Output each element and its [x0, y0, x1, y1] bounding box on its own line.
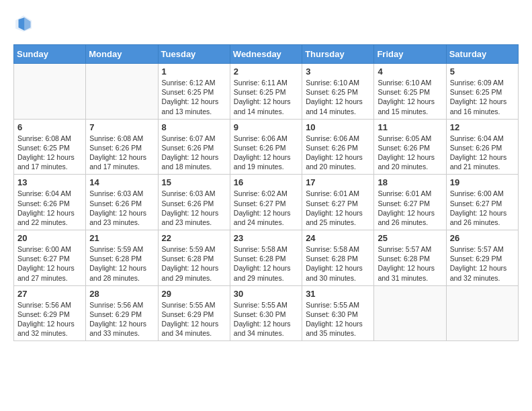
calendar-cell: 25Sunrise: 5:57 AMSunset: 6:28 PMDayligh… — [374, 230, 446, 286]
day-number: 6 — [17, 122, 82, 132]
day-info: Sunrise: 6:06 AMSunset: 6:26 PMDaylight:… — [234, 134, 298, 172]
day-number: 14 — [89, 177, 154, 187]
calendar-cell: 22Sunrise: 5:59 AMSunset: 6:28 PMDayligh… — [158, 230, 230, 286]
day-number: 10 — [306, 122, 370, 132]
calendar-cell: 14Sunrise: 6:03 AMSunset: 6:26 PMDayligh… — [86, 175, 158, 230]
calendar-cell: 20Sunrise: 6:00 AMSunset: 6:27 PMDayligh… — [14, 230, 86, 286]
day-info: Sunrise: 5:55 AMSunset: 6:30 PMDaylight:… — [306, 300, 370, 338]
day-number: 28 — [89, 289, 154, 299]
calendar-cell: 11Sunrise: 6:05 AMSunset: 6:26 PMDayligh… — [374, 119, 446, 175]
day-number: 13 — [17, 177, 82, 187]
calendar-cell: 26Sunrise: 5:57 AMSunset: 6:29 PMDayligh… — [446, 230, 518, 286]
calendar-cell: 10Sunrise: 6:06 AMSunset: 6:26 PMDayligh… — [302, 119, 374, 175]
logo — [13, 13, 38, 34]
day-number: 26 — [450, 233, 515, 243]
day-info: Sunrise: 6:08 AMSunset: 6:26 PMDaylight:… — [89, 134, 154, 172]
weekday-header: Thursday — [302, 45, 374, 64]
day-info: Sunrise: 5:57 AMSunset: 6:28 PMDaylight:… — [378, 244, 442, 283]
day-number: 29 — [162, 289, 226, 299]
calendar-cell: 7Sunrise: 6:08 AMSunset: 6:26 PMDaylight… — [86, 119, 158, 175]
day-info: Sunrise: 6:03 AMSunset: 6:26 PMDaylight:… — [162, 189, 226, 227]
calendar-cell: 8Sunrise: 6:07 AMSunset: 6:26 PMDaylight… — [158, 119, 230, 175]
day-info: Sunrise: 5:56 AMSunset: 6:29 PMDaylight:… — [89, 300, 154, 338]
day-number: 19 — [450, 177, 515, 187]
calendar-cell: 5Sunrise: 6:09 AMSunset: 6:25 PMDaylight… — [446, 64, 518, 120]
calendar-cell: 24Sunrise: 5:58 AMSunset: 6:28 PMDayligh… — [302, 230, 374, 286]
day-info: Sunrise: 5:59 AMSunset: 6:28 PMDaylight:… — [162, 244, 226, 283]
calendar-cell: 15Sunrise: 6:03 AMSunset: 6:26 PMDayligh… — [158, 175, 230, 230]
calendar-cell: 2Sunrise: 6:11 AMSunset: 6:25 PMDaylight… — [230, 64, 302, 120]
weekday-header: Wednesday — [230, 45, 302, 64]
day-info: Sunrise: 6:09 AMSunset: 6:25 PMDaylight:… — [450, 78, 515, 116]
calendar-cell — [374, 285, 446, 341]
page-header — [13, 13, 519, 34]
calendar-cell — [446, 285, 518, 341]
calendar-cell: 29Sunrise: 5:55 AMSunset: 6:29 PMDayligh… — [158, 285, 230, 341]
day-number: 30 — [234, 289, 298, 299]
day-info: Sunrise: 5:58 AMSunset: 6:28 PMDaylight:… — [234, 244, 298, 283]
day-number: 24 — [306, 233, 370, 243]
day-number: 11 — [378, 122, 442, 132]
calendar-cell: 16Sunrise: 6:02 AMSunset: 6:27 PMDayligh… — [230, 175, 302, 230]
day-info: Sunrise: 5:55 AMSunset: 6:29 PMDaylight:… — [162, 300, 226, 338]
day-number: 22 — [162, 233, 226, 243]
day-number: 4 — [378, 66, 442, 77]
day-info: Sunrise: 6:02 AMSunset: 6:27 PMDaylight:… — [234, 189, 298, 227]
day-number: 25 — [378, 233, 442, 243]
calendar-cell: 31Sunrise: 5:55 AMSunset: 6:30 PMDayligh… — [302, 285, 374, 341]
calendar-cell — [14, 64, 86, 120]
calendar-week-row: 1Sunrise: 6:12 AMSunset: 6:25 PMDaylight… — [14, 64, 519, 120]
calendar-cell — [86, 64, 158, 120]
day-number: 5 — [450, 66, 515, 77]
day-number: 20 — [17, 233, 82, 243]
calendar-cell: 6Sunrise: 6:08 AMSunset: 6:25 PMDaylight… — [14, 119, 86, 175]
day-info: Sunrise: 5:58 AMSunset: 6:28 PMDaylight:… — [306, 244, 370, 283]
weekday-header: Saturday — [446, 45, 518, 64]
day-info: Sunrise: 6:01 AMSunset: 6:27 PMDaylight:… — [378, 189, 442, 227]
logo-icon — [13, 13, 34, 34]
calendar-cell: 9Sunrise: 6:06 AMSunset: 6:26 PMDaylight… — [230, 119, 302, 175]
calendar-cell: 27Sunrise: 5:56 AMSunset: 6:29 PMDayligh… — [14, 285, 86, 341]
weekday-header-row: SundayMondayTuesdayWednesdayThursdayFrid… — [14, 45, 519, 64]
day-info: Sunrise: 6:01 AMSunset: 6:27 PMDaylight:… — [306, 189, 370, 227]
calendar-cell: 17Sunrise: 6:01 AMSunset: 6:27 PMDayligh… — [302, 175, 374, 230]
calendar-cell: 1Sunrise: 6:12 AMSunset: 6:25 PMDaylight… — [158, 64, 230, 120]
day-info: Sunrise: 6:00 AMSunset: 6:27 PMDaylight:… — [17, 244, 82, 283]
day-number: 27 — [17, 289, 82, 299]
calendar-cell: 13Sunrise: 6:04 AMSunset: 6:26 PMDayligh… — [14, 175, 86, 230]
day-info: Sunrise: 6:11 AMSunset: 6:25 PMDaylight:… — [234, 78, 298, 116]
calendar-cell: 30Sunrise: 5:55 AMSunset: 6:30 PMDayligh… — [230, 285, 302, 341]
day-number: 2 — [234, 66, 298, 77]
day-number: 31 — [306, 289, 370, 299]
calendar-cell: 23Sunrise: 5:58 AMSunset: 6:28 PMDayligh… — [230, 230, 302, 286]
calendar-cell: 19Sunrise: 6:00 AMSunset: 6:27 PMDayligh… — [446, 175, 518, 230]
day-info: Sunrise: 6:04 AMSunset: 6:26 PMDaylight:… — [17, 189, 82, 227]
weekday-header: Monday — [86, 45, 158, 64]
day-info: Sunrise: 5:56 AMSunset: 6:29 PMDaylight:… — [17, 300, 82, 338]
calendar-cell: 4Sunrise: 6:10 AMSunset: 6:25 PMDaylight… — [374, 64, 446, 120]
calendar-week-row: 27Sunrise: 5:56 AMSunset: 6:29 PMDayligh… — [14, 285, 519, 341]
calendar-cell: 12Sunrise: 6:04 AMSunset: 6:26 PMDayligh… — [446, 119, 518, 175]
day-number: 23 — [234, 233, 298, 243]
calendar-cell: 3Sunrise: 6:10 AMSunset: 6:25 PMDaylight… — [302, 64, 374, 120]
calendar-table: SundayMondayTuesdayWednesdayThursdayFrid… — [13, 44, 519, 341]
day-number: 9 — [234, 122, 298, 132]
weekday-header: Tuesday — [158, 45, 230, 64]
day-info: Sunrise: 6:06 AMSunset: 6:26 PMDaylight:… — [306, 134, 370, 172]
day-info: Sunrise: 5:59 AMSunset: 6:28 PMDaylight:… — [89, 244, 154, 283]
day-info: Sunrise: 6:12 AMSunset: 6:25 PMDaylight:… — [162, 78, 226, 116]
day-info: Sunrise: 6:00 AMSunset: 6:27 PMDaylight:… — [450, 189, 515, 227]
day-number: 7 — [89, 122, 154, 132]
day-info: Sunrise: 5:55 AMSunset: 6:30 PMDaylight:… — [234, 300, 298, 338]
day-number: 18 — [378, 177, 442, 187]
day-number: 12 — [450, 122, 515, 132]
calendar-week-row: 6Sunrise: 6:08 AMSunset: 6:25 PMDaylight… — [14, 119, 519, 175]
weekday-header: Friday — [374, 45, 446, 64]
day-info: Sunrise: 6:03 AMSunset: 6:26 PMDaylight:… — [89, 189, 154, 227]
day-info: Sunrise: 6:10 AMSunset: 6:25 PMDaylight:… — [306, 78, 370, 116]
calendar-week-row: 13Sunrise: 6:04 AMSunset: 6:26 PMDayligh… — [14, 175, 519, 230]
day-info: Sunrise: 6:07 AMSunset: 6:26 PMDaylight:… — [162, 134, 226, 172]
day-info: Sunrise: 6:04 AMSunset: 6:26 PMDaylight:… — [450, 134, 515, 172]
day-number: 8 — [162, 122, 226, 132]
calendar-week-row: 20Sunrise: 6:00 AMSunset: 6:27 PMDayligh… — [14, 230, 519, 286]
